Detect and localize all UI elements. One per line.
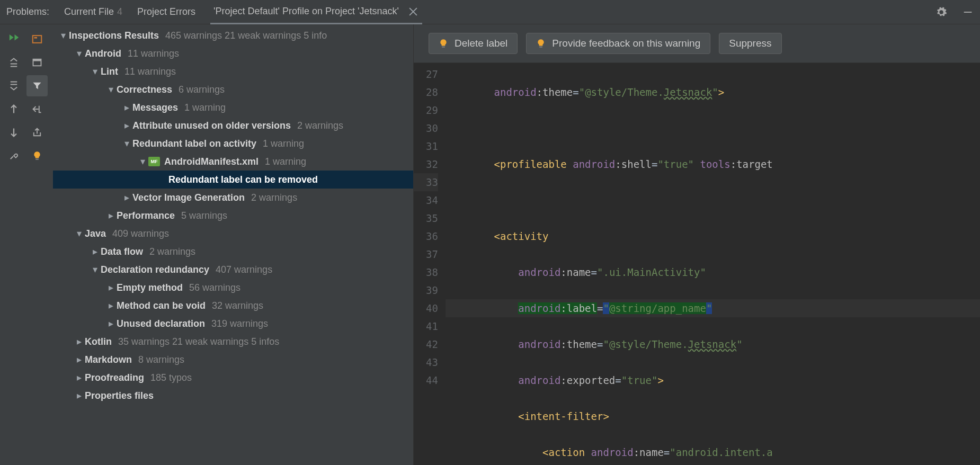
next-icon[interactable] xyxy=(3,122,24,143)
tree-decl-redundancy[interactable]: ▾Declaration redundancy407 warnings xyxy=(53,261,413,279)
tree-manifest-file[interactable]: ▾MFAndroidManifest.xml1 warning xyxy=(53,153,413,171)
code-preview[interactable]: 272829303132333435363738394041424344 and… xyxy=(414,63,980,465)
collapse-all-icon[interactable] xyxy=(3,75,24,96)
feedback-button[interactable]: Provide feedback on this warning xyxy=(526,33,710,54)
svg-rect-4 xyxy=(33,59,41,61)
problems-topbar: Problems: Current File4 Project Errors '… xyxy=(0,0,980,24)
tree-unused-decl[interactable]: ▸Unused declaration319 warnings xyxy=(53,315,413,333)
suppress-button[interactable]: Suppress xyxy=(719,33,781,54)
xml-file-icon: MF xyxy=(148,157,160,166)
bulb-icon xyxy=(536,39,546,48)
problems-title: Problems: xyxy=(6,6,49,17)
tree-void-method[interactable]: ▸Method can be void32 warnings xyxy=(53,297,413,315)
issue-detail-pane: Delete label Provide feedback on this wa… xyxy=(413,24,980,465)
autoscroll-icon[interactable] xyxy=(26,99,48,120)
expand-all-icon[interactable] xyxy=(3,52,24,73)
tree-lint[interactable]: ▾Lint11 warnings xyxy=(53,62,413,81)
delete-label-button[interactable]: Delete label xyxy=(429,33,518,54)
tree-selected-issue[interactable]: Redundant label can be removed xyxy=(53,171,413,189)
close-icon[interactable] xyxy=(407,6,419,17)
svg-rect-1 xyxy=(33,35,42,43)
tree-empty-method[interactable]: ▸Empty method56 warnings xyxy=(53,279,413,297)
tree-properties[interactable]: ▸Properties files xyxy=(53,387,413,405)
bulb-icon xyxy=(439,39,448,48)
intention-bulb-icon[interactable] xyxy=(26,145,48,166)
tab-profile-jetsnack[interactable]: 'Project Default' Profile on Project 'Je… xyxy=(210,0,422,24)
line-gutter: 272829303132333435363738394041424344 xyxy=(414,63,446,465)
rerun-icon[interactable] xyxy=(3,29,24,50)
filter-icon[interactable] xyxy=(26,75,48,96)
svg-rect-6 xyxy=(442,47,445,48)
tree-root[interactable]: ▾Inspections Results465 warnings 21 weak… xyxy=(53,26,413,44)
tab-current-file[interactable]: Current File4 xyxy=(64,6,122,17)
tree-java[interactable]: ▾Java409 warnings xyxy=(53,225,413,243)
previous-icon[interactable] xyxy=(3,99,24,120)
inspections-tree[interactable]: ▾Inspections Results465 warnings 21 weak… xyxy=(53,24,413,465)
problems-toolbar xyxy=(0,24,53,465)
tab-project-errors[interactable]: Project Errors xyxy=(137,6,195,17)
tree-dataflow[interactable]: ▸Data flow2 warnings xyxy=(53,243,413,261)
svg-rect-5 xyxy=(35,159,39,160)
minimize-icon[interactable] xyxy=(962,6,974,18)
gear-icon[interactable] xyxy=(936,6,947,18)
tree-performance[interactable]: ▸Performance5 warnings xyxy=(53,207,413,225)
svg-rect-2 xyxy=(34,37,38,39)
group-by-icon[interactable] xyxy=(26,52,48,73)
tree-redundant-label[interactable]: ▾Redundant label on activity1 warning xyxy=(53,135,413,153)
tree-android[interactable]: ▾Android11 warnings xyxy=(53,44,413,62)
svg-rect-7 xyxy=(540,47,543,48)
export-icon[interactable] xyxy=(26,122,48,143)
tree-kotlin[interactable]: ▸Kotlin35 warnings 21 weak warnings 5 in… xyxy=(53,333,413,351)
svg-rect-0 xyxy=(964,12,972,13)
tree-proofreading[interactable]: ▸Proofreading185 typos xyxy=(53,369,413,387)
code-body[interactable]: android:theme="@style/Theme.Jetsnack"> <… xyxy=(446,63,980,465)
tree-vector[interactable]: ▸Vector Image Generation2 warnings xyxy=(53,189,413,207)
tree-attr-unused[interactable]: ▸Attribute unused on older versions2 war… xyxy=(53,117,413,135)
scope-icon[interactable] xyxy=(26,29,48,50)
quickfix-toolbar: Delete label Provide feedback on this wa… xyxy=(414,24,980,63)
tree-markdown[interactable]: ▸Markdown8 warnings xyxy=(53,351,413,369)
tree-correctness[interactable]: ▾Correctness6 warnings xyxy=(53,81,413,99)
settings-icon[interactable] xyxy=(3,145,24,166)
tree-messages[interactable]: ▸Messages1 warning xyxy=(53,99,413,117)
